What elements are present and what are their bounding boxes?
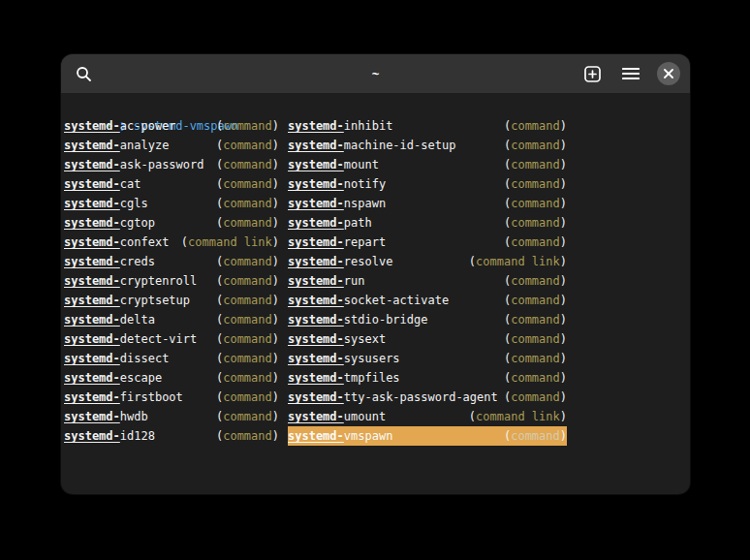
completion-item: systemd-cgls(command) — [64, 194, 279, 213]
completion-item: systemd-detect-virt(command) — [64, 329, 279, 349]
completion-item: systemd-ac-power(command) — [64, 116, 279, 136]
completion-annotation: (command) — [504, 349, 567, 368]
command-name: systemd-mount — [288, 155, 379, 174]
completion-annotation: (command) — [216, 136, 279, 155]
command-name: systemd-analyze — [64, 136, 169, 155]
command-name: systemd-cryptenroll — [64, 271, 197, 291]
completion-item: systemd-inhibit(command) — [288, 116, 567, 136]
completion-annotation: (command) — [504, 271, 567, 291]
completion-item: systemd-dissect(command) — [64, 349, 279, 368]
command-name: systemd-firstboot — [64, 388, 183, 407]
search-icon — [76, 66, 92, 82]
completion-annotation: (command link) — [181, 233, 279, 252]
completion-item: systemd-id128(command) — [64, 426, 279, 446]
completion-item: systemd-escape(command) — [64, 368, 279, 388]
completion-item: systemd-socket-activate(command) — [288, 291, 567, 310]
completion-annotation: (command) — [504, 329, 567, 349]
command-name: systemd-inhibit — [288, 116, 392, 136]
completion-item: systemd-sysusers(command) — [288, 349, 567, 368]
completion-annotation: (command) — [216, 310, 279, 329]
completion-item: systemd-resolve(command link) — [288, 252, 567, 271]
completion-item-selected: systemd-vmspawn(command) — [288, 426, 567, 446]
prompt-line: ~❯systemd-vmspawn — [64, 97, 687, 116]
command-name: systemd-id128 — [64, 426, 155, 446]
completion-annotation: (command) — [216, 252, 279, 271]
command-name: systemd-sysusers — [288, 349, 400, 368]
command-name: systemd-cgls — [64, 194, 148, 213]
titlebar-controls — [579, 61, 680, 86]
command-name: systemd-creds — [64, 252, 155, 271]
completion-annotation: (command) — [216, 426, 279, 446]
completion-annotation: (command) — [504, 174, 567, 194]
completion-annotation: (command) — [504, 194, 567, 213]
titlebar[interactable]: ~ — [61, 54, 690, 93]
completion-item: systemd-sysext(command) — [288, 329, 567, 349]
completion-item: systemd-cat(command) — [64, 174, 279, 194]
completion-item: systemd-mount(command) — [288, 155, 567, 174]
completion-item: systemd-stdio-bridge(command) — [288, 310, 567, 329]
completion-item: systemd-analyze(command) — [64, 136, 279, 155]
new-tab-button[interactable] — [579, 61, 605, 86]
command-name: systemd-notify — [288, 174, 386, 194]
completion-item: systemd-umount(command link) — [288, 407, 567, 426]
command-name: systemd-socket-activate — [288, 291, 449, 310]
completion-annotation: (command) — [216, 174, 279, 194]
completion-annotation: (command) — [216, 388, 279, 407]
completion-column-right: systemd-inhibit(command)systemd-machine-… — [288, 116, 567, 446]
completion-item: systemd-creds(command) — [64, 252, 279, 271]
completion-annotation: (command) — [504, 233, 567, 252]
search-button[interactable] — [71, 61, 96, 86]
completion-item: systemd-path(command) — [288, 213, 567, 233]
menu-button[interactable] — [618, 61, 643, 86]
completion-item: systemd-notify(command) — [288, 174, 567, 194]
completion-annotation: (command) — [504, 155, 567, 174]
command-name: systemd-tty-ask-password-agent — [288, 388, 498, 407]
completion-annotation: (command) — [216, 194, 279, 213]
command-name: systemd-nspawn — [288, 194, 386, 213]
command-name: systemd-umount — [288, 407, 386, 426]
completion-item: systemd-run(command) — [288, 271, 567, 291]
command-name: systemd-sysext — [288, 329, 386, 349]
completion-annotation: (command) — [216, 349, 279, 368]
completion-item: systemd-hwdb(command) — [64, 407, 279, 426]
completion-item: systemd-delta(command) — [64, 310, 279, 329]
completion-annotation: (command) — [216, 368, 279, 388]
command-name: systemd-escape — [64, 368, 162, 388]
completion-annotation: (command) — [504, 116, 567, 136]
command-name: systemd-cgtop — [64, 213, 155, 233]
new-tab-icon — [584, 66, 601, 82]
command-name: systemd-stdio-bridge — [288, 310, 428, 329]
completion-item: systemd-tmpfiles(command) — [288, 368, 567, 388]
command-name: systemd-ask-password — [64, 155, 204, 174]
window-title: ~ — [372, 67, 380, 81]
command-name: systemd-delta — [64, 310, 155, 329]
completion-item: systemd-ask-password(command) — [64, 155, 279, 174]
completion-annotation: (command) — [216, 291, 279, 310]
terminal-content[interactable]: ~❯systemd-vmspawn systemd-ac-power(comma… — [61, 93, 690, 446]
completion-annotation: (command link) — [469, 407, 567, 426]
completion-annotation: (command) — [216, 407, 279, 426]
command-name: systemd-cat — [64, 174, 141, 194]
completion-annotation: (command) — [504, 213, 567, 233]
completion-annotation: (command) — [216, 213, 279, 233]
completion-item: systemd-cryptenroll(command) — [64, 271, 279, 291]
completion-item: systemd-repart(command) — [288, 233, 567, 252]
completion-annotation: (command) — [216, 155, 279, 174]
completion-item: systemd-machine-id-setup(command) — [288, 136, 567, 155]
command-name: systemd-hwdb — [64, 407, 148, 426]
completion-item: systemd-tty-ask-password-agent(command) — [288, 388, 567, 407]
completion-list: systemd-ac-power(command)systemd-analyze… — [64, 116, 687, 446]
command-name: systemd-dissect — [64, 349, 169, 368]
command-name: systemd-tmpfiles — [288, 368, 400, 388]
completion-annotation: (command) — [504, 368, 567, 388]
completion-annotation: (command) — [504, 310, 567, 329]
completion-annotation: (command) — [216, 271, 279, 291]
command-name: systemd-path — [288, 213, 372, 233]
completion-annotation: (command) — [216, 329, 279, 349]
command-name: systemd-vmspawn — [288, 426, 392, 446]
close-button[interactable] — [657, 62, 680, 85]
completion-annotation: (command) — [216, 116, 279, 136]
completion-annotation: (command) — [504, 291, 567, 310]
completion-annotation: (command) — [504, 388, 567, 407]
command-name: systemd-run — [288, 271, 364, 291]
